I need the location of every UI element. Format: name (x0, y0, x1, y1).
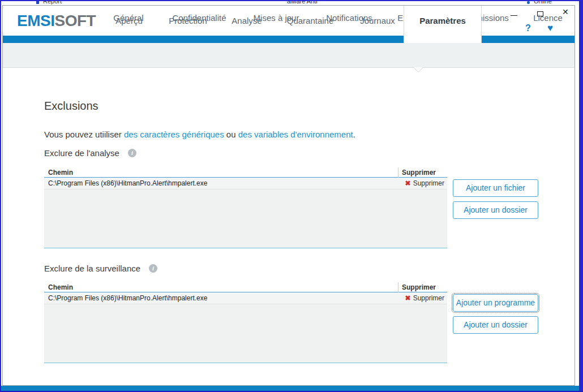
monitoring-exclusions-heading: Exclure de la surveillance i (44, 264, 157, 273)
behind-window-bottom-band (1, 386, 579, 391)
subtab-confidentialite[interactable]: Confidentialité (172, 13, 226, 23)
active-subtab-notch-fill (414, 67, 423, 72)
behind-title-text: alware Anti (287, 1, 318, 5)
tab-parametres[interactable]: Paramètres (404, 6, 482, 43)
monitoring-exclusions-table: Chemin Supprimer C:\Program Files (x86)\… (44, 282, 447, 363)
behind-window-border-left (0, 0, 1, 392)
emsisoft-logo: EMSISOFT (17, 12, 96, 30)
subtab-licence[interactable]: Licence (533, 13, 563, 23)
intro-end: . (353, 130, 355, 139)
intro-text: Vous pouvez utiiliser des caractères gén… (44, 130, 355, 139)
help-icon[interactable]: ? (525, 23, 531, 33)
column-header-delete: Supprimer (398, 282, 447, 292)
delete-x-icon: ✖ (405, 294, 411, 302)
minimize-button[interactable] (511, 15, 517, 16)
monitoring-exclusions-title: Exclure de la surveillance (44, 264, 140, 273)
behind-report-text: Report (43, 1, 62, 5)
emsisoft-window: EMSISOFT Aperçu Protection Analyse Quara… (2, 5, 575, 386)
delete-entry-button[interactable]: ✖Supprimer (405, 179, 444, 187)
subtab-notifications[interactable]: Notifications (326, 13, 372, 23)
close-button[interactable]: ✕ (562, 7, 569, 16)
delete-entry-button[interactable]: ✖Supprimer (405, 294, 444, 302)
behind-online-text: Online (534, 1, 552, 5)
header-accent-strip (3, 36, 575, 43)
wildcards-link[interactable]: des caractères génériques (124, 130, 224, 139)
delete-x-icon: ✖ (405, 179, 411, 187)
tab-parametres-label: Paramètres (419, 16, 466, 25)
intro-mid: ou (224, 130, 238, 139)
table-header: Chemin Supprimer (44, 282, 447, 292)
add-folder-button-scan[interactable]: Ajouter un dossier (453, 201, 538, 219)
logo-emsi: EMSI (17, 12, 54, 29)
env-variables-link[interactable]: des variables d'environnement (238, 130, 353, 139)
delete-label: Supprimer (413, 294, 444, 302)
column-header-path: Chemin (48, 169, 73, 176)
add-file-button[interactable]: Ajouter un fichier (453, 179, 538, 197)
behind-window-top-sliver: Report alware Anti Online (1, 1, 579, 5)
page-title: Exclusions (44, 100, 98, 113)
scan-exclusions-table: Chemin Supprimer C:\Program Files (x86)\… (44, 167, 447, 248)
excluded-path: C:\Program Files (x86)\HitmanPro.Alert\h… (48, 179, 207, 187)
excluded-path: C:\Program Files (x86)\HitmanPro.Alert\h… (48, 294, 207, 302)
heart-icon[interactable]: ♥ (547, 23, 553, 34)
scan-exclusions-heading: Exclure de l'analyse i (44, 148, 136, 158)
logo-soft: SOFT (54, 12, 96, 29)
add-folder-button-monitoring[interactable]: Ajouter un dossier (453, 316, 538, 334)
table-row[interactable]: C:\Program Files (x86)\HitmanPro.Alert\h… (44, 292, 447, 304)
intro-pre: Vous pouvez utiiliser (44, 130, 124, 139)
info-icon[interactable]: i (128, 149, 136, 157)
behind-status-icon (527, 1, 530, 4)
behind-shield-icon (36, 1, 39, 4)
scan-exclusions-title: Exclure de l'analyse (44, 148, 119, 158)
column-header-delete: Supprimer (398, 167, 447, 178)
behind-window-border-right (579, 0, 583, 392)
subtab-mises-a-jour[interactable]: Mises à jour (254, 13, 299, 23)
table-row[interactable]: C:\Program Files (x86)\HitmanPro.Alert\h… (44, 178, 447, 189)
subtab-general[interactable]: Général (113, 13, 143, 23)
settings-subnav (3, 43, 575, 68)
info-icon[interactable]: i (149, 264, 157, 273)
column-header-path: Chemin (48, 283, 73, 291)
add-program-button[interactable]: Ajouter un programme (453, 294, 538, 312)
table-header: Chemin Supprimer (44, 167, 447, 178)
delete-label: Supprimer (413, 179, 444, 187)
